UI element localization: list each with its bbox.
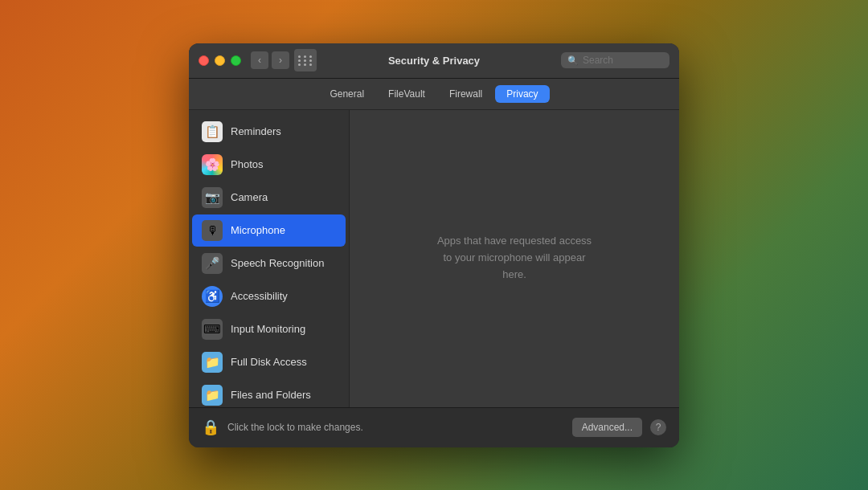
main-message: Apps that have requested access to your … — [434, 233, 595, 283]
full-disk-icon: 📁 — [202, 352, 223, 373]
grid-icon — [298, 55, 313, 66]
sidebar-label-input-monitoring: Input Monitoring — [231, 323, 305, 335]
sidebar-item-reminders[interactable]: 📋 Reminders — [192, 116, 346, 148]
lock-icon[interactable]: 🔒 — [202, 419, 219, 436]
sidebar-label-full-disk: Full Disk Access — [231, 356, 307, 368]
sidebar-label-microphone: Microphone — [231, 224, 285, 236]
forward-button[interactable]: › — [272, 51, 289, 69]
content-area: 📋 Reminders 🌸 Photos 📷 Camera 🎙 Micropho… — [189, 110, 679, 407]
sidebar-label-reminders: Reminders — [231, 125, 281, 137]
reminders-icon: 📋 — [202, 121, 223, 142]
back-button[interactable]: ‹ — [251, 51, 268, 69]
search-icon: 🔍 — [567, 55, 579, 66]
search-bar[interactable]: 🔍 — [561, 52, 669, 68]
tab-firewall[interactable]: Firewall — [438, 85, 493, 103]
sidebar-item-files-and-folders[interactable]: 📁 Files and Folders — [192, 379, 346, 407]
grid-button[interactable] — [294, 49, 317, 71]
sidebar-item-speech-recognition[interactable]: 🎤 Speech Recognition — [192, 247, 346, 280]
nav-buttons: ‹ › — [251, 51, 289, 69]
main-panel: Apps that have requested access to your … — [350, 110, 679, 407]
help-button[interactable]: ? — [650, 419, 666, 435]
sidebar-label-camera: Camera — [231, 191, 268, 203]
sidebar-item-input-monitoring[interactable]: ⌨ Input Monitoring — [192, 313, 346, 345]
input-monitoring-icon: ⌨ — [202, 319, 223, 340]
window-title: Security & Privacy — [388, 55, 480, 67]
sidebar-item-microphone[interactable]: 🎙 Microphone — [192, 214, 346, 247]
titlebar: ‹ › Security & Privacy 🔍 — [189, 43, 679, 79]
sidebar-label-speech: Speech Recognition — [231, 257, 324, 269]
tab-general[interactable]: General — [318, 85, 375, 103]
search-input[interactable] — [583, 55, 663, 66]
minimize-button[interactable] — [215, 55, 225, 66]
tab-filevault[interactable]: FileVault — [377, 85, 436, 103]
tabs-bar: General FileVault Firewall Privacy — [189, 79, 679, 110]
speech-icon: 🎤 — [202, 253, 223, 274]
sidebar-label-accessibility: Accessibility — [231, 290, 288, 302]
sidebar: 📋 Reminders 🌸 Photos 📷 Camera 🎙 Micropho… — [189, 110, 350, 407]
sidebar-item-camera[interactable]: 📷 Camera — [192, 182, 346, 214]
maximize-button[interactable] — [231, 55, 241, 66]
sidebar-item-photos[interactable]: 🌸 Photos — [192, 149, 346, 181]
sidebar-label-photos: Photos — [231, 158, 263, 170]
sidebar-item-accessibility[interactable]: ♿ Accessibility — [192, 280, 346, 312]
accessibility-icon: ♿ — [202, 286, 223, 307]
sidebar-item-full-disk-access[interactable]: 📁 Full Disk Access — [192, 346, 346, 378]
microphone-icon: 🎙 — [202, 220, 223, 241]
close-button[interactable] — [199, 55, 209, 66]
lock-text: Click the lock to make changes. — [227, 422, 564, 433]
main-window: ‹ › Security & Privacy 🔍 General FileVau… — [189, 43, 679, 447]
photos-icon: 🌸 — [202, 154, 223, 175]
traffic-lights — [199, 55, 241, 66]
files-folders-icon: 📁 — [202, 385, 223, 406]
sidebar-label-files-and-folders: Files and Folders — [231, 389, 311, 401]
tab-privacy[interactable]: Privacy — [495, 85, 549, 103]
bottom-bar: 🔒 Click the lock to make changes. Advanc… — [189, 407, 679, 447]
camera-icon: 📷 — [202, 187, 223, 208]
advanced-button[interactable]: Advanced... — [572, 418, 642, 437]
